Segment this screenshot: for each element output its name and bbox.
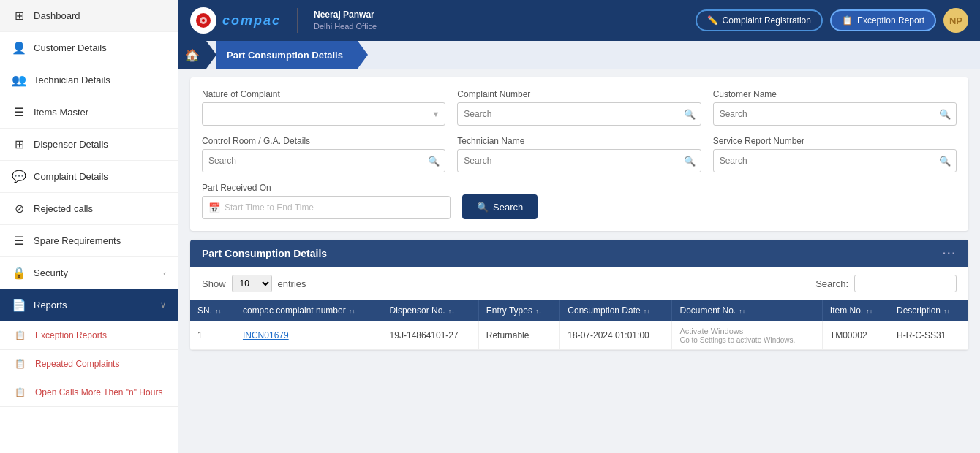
technician-name-group: Technician Name 🔍 — [457, 136, 701, 172]
col-entry-types[interactable]: Entry Types↑↓ — [478, 300, 560, 321]
table-menu-button[interactable]: ··· — [943, 247, 957, 260]
avatar: NP — [943, 8, 968, 33]
sidebar-item-rejected-calls[interactable]: ⊘ Rejected calls — [0, 193, 178, 225]
header-actions: ✏️ Complaint Registration 📋 Exception Re… — [696, 8, 968, 33]
sidebar-item-dashboard[interactable]: ⊞ Dashboard — [0, 0, 178, 32]
sidebar-label-security: Security — [34, 267, 156, 278]
search-form-card: Nature of Complaint ▼ Complaint Number 🔍 — [190, 77, 968, 231]
sidebar-item-spare-requirements[interactable]: ☰ Spare Requirements — [0, 225, 178, 257]
exception-report-button[interactable]: 📋 Exception Report — [830, 9, 936, 31]
customer-icon: 👤 — [12, 41, 26, 55]
sidebar-item-reports[interactable]: 📄 Reports ∨ — [0, 289, 178, 321]
sidebar-label-spare: Spare Requirements — [34, 235, 166, 246]
reports-icon: 📄 — [12, 298, 26, 312]
form-row-2: Control Room / G.A. Details 🔍 Technician… — [202, 136, 957, 172]
cell-item-no: TM00002 — [822, 321, 889, 350]
complaint-registration-button[interactable]: ✏️ Complaint Registration — [696, 9, 823, 31]
breadcrumb: 🏠 Part Consumption Details — [178, 41, 980, 69]
table-search-input[interactable] — [854, 275, 957, 292]
date-range-input[interactable]: 📅 Start Time to End Time — [202, 196, 451, 219]
nature-label: Nature of Complaint — [202, 89, 445, 99]
sidebar-label-exception-reports: Exception Reports — [35, 330, 166, 340]
logo-icon — [190, 7, 216, 34]
main-content: compac Neeraj Panwar Delhi Head Office ✏… — [178, 0, 980, 453]
sidebar-label-rejected: Rejected calls — [34, 203, 166, 214]
content-area: Nature of Complaint ▼ Complaint Number 🔍 — [178, 69, 980, 453]
cell-dispensor-no: 19J-14864101-27 — [382, 321, 478, 350]
sidebar-item-exception-reports[interactable]: 📋 Exception Reports — [0, 321, 178, 350]
sidebar-label-customer: Customer Details — [34, 42, 166, 53]
col-description[interactable]: Description↑↓ — [889, 300, 968, 321]
sidebar-label-complaint: Complaint Details — [34, 171, 166, 182]
cell-description: H-R-C-SS31 — [889, 321, 968, 350]
complaint-icon: 💬 — [12, 170, 26, 183]
col-document-no[interactable]: Document No.↑↓ — [672, 300, 822, 321]
table-header-row: SN.↑↓ compac complaint number↑↓ Dispenso… — [190, 300, 968, 321]
control-room-label: Control Room / G.A. Details — [202, 136, 445, 146]
header-separator — [393, 9, 393, 31]
control-room-input[interactable] — [202, 149, 445, 172]
sidebar-item-customer-details[interactable]: 👤 Customer Details — [0, 32, 178, 64]
open-calls-icon: 📋 — [15, 387, 28, 397]
technician-name-input-wrapper: 🔍 — [457, 149, 701, 172]
sidebar-item-repeated-complaints[interactable]: 📋 Repeated Complaints — [0, 350, 178, 378]
part-received-label: Part Received On — [202, 183, 451, 193]
complaint-reg-icon: ✏️ — [707, 15, 718, 26]
windows-activate-notice: Activate WindowsGo to Settings to activa… — [679, 327, 795, 344]
sidebar-label-repeated-complaints: Repeated Complaints — [35, 359, 166, 369]
svg-point-2 — [202, 19, 205, 22]
sidebar-item-items-master[interactable]: ☰ Items Master — [0, 96, 178, 129]
security-icon: 🔒 — [12, 266, 26, 280]
table-row: 1 INCN01679 19J-14864101-27 Returnable 1… — [190, 321, 968, 350]
sidebar-item-complaint-details[interactable]: 💬 Complaint Details — [0, 161, 178, 193]
items-icon: ☰ — [12, 105, 26, 119]
date-placeholder-text: Start Time to End Time — [225, 202, 444, 213]
breadcrumb-page-title: Part Consumption Details — [216, 41, 358, 69]
table-title: Part Consumption Details — [202, 248, 327, 259]
complaint-number-input[interactable] — [457, 102, 701, 126]
nature-select[interactable] — [202, 102, 445, 126]
col-dispensor-no[interactable]: Dispensor No.↑↓ — [382, 300, 478, 321]
service-report-label: Service Report Number — [713, 136, 957, 146]
cell-document-no: Activate WindowsGo to Settings to activa… — [672, 321, 822, 350]
col-sn[interactable]: SN.↑↓ — [190, 300, 235, 321]
security-chevron: ‹ — [163, 269, 166, 278]
service-report-group: Service Report Number 🔍 — [713, 136, 957, 172]
table-search-box: Search: — [815, 275, 957, 292]
sidebar-item-security[interactable]: 🔒 Security ‹ — [0, 257, 178, 289]
sidebar-item-open-calls[interactable]: 📋 Open Calls More Then "n" Hours — [0, 378, 178, 407]
dispenser-icon: ⊞ — [12, 137, 26, 151]
service-report-input-wrapper: 🔍 — [713, 149, 957, 172]
customer-name-input[interactable] — [713, 102, 957, 126]
entries-select[interactable]: 10 25 50 100 — [232, 275, 272, 292]
logo-text: compac — [222, 13, 281, 28]
technician-name-input[interactable] — [457, 149, 701, 172]
service-report-input[interactable] — [713, 149, 957, 172]
complaint-link[interactable]: INCN01679 — [243, 330, 289, 340]
nature-of-complaint-group: Nature of Complaint ▼ — [202, 89, 445, 126]
sidebar-label-open-calls: Open Calls More Then "n" Hours — [35, 387, 166, 397]
rejected-icon: ⊘ — [12, 202, 26, 216]
cell-compac-complaint: INCN01679 — [235, 321, 382, 350]
data-table: SN.↑↓ compac complaint number↑↓ Dispenso… — [190, 300, 968, 350]
technician-icon: 👥 — [12, 73, 26, 87]
spare-icon: ☰ — [12, 234, 26, 248]
breadcrumb-home-button[interactable]: 🏠 — [178, 41, 206, 69]
col-item-no[interactable]: Item No.↑↓ — [822, 300, 889, 321]
search-button[interactable]: 🔍 Search — [462, 194, 538, 219]
complaint-number-group: Complaint Number 🔍 — [457, 89, 701, 126]
part-received-group: Part Received On 📅 Start Time to End Tim… — [202, 183, 451, 219]
cell-sn: 1 — [190, 321, 235, 350]
col-consumption-date[interactable]: Consumption Date↑↓ — [560, 300, 672, 321]
sidebar-label-technician: Technician Details — [34, 75, 166, 85]
calendar-icon: 📅 — [208, 202, 220, 213]
search-icon: 🔍 — [477, 202, 489, 213]
sidebar-item-technician-details[interactable]: 👥 Technician Details — [0, 64, 178, 96]
col-compac-complaint[interactable]: compac complaint number↑↓ — [235, 300, 382, 321]
sidebar-item-dispenser-details[interactable]: ⊞ Dispenser Details — [0, 129, 178, 161]
breadcrumb-arrow — [206, 41, 216, 69]
table-card: Part Consumption Details ··· Show 10 25 … — [190, 240, 968, 350]
exception-report-icon: 📋 — [842, 15, 853, 26]
table-controls: Show 10 25 50 100 entries Search: — [190, 267, 968, 300]
repeated-complaints-icon: 📋 — [15, 359, 28, 369]
